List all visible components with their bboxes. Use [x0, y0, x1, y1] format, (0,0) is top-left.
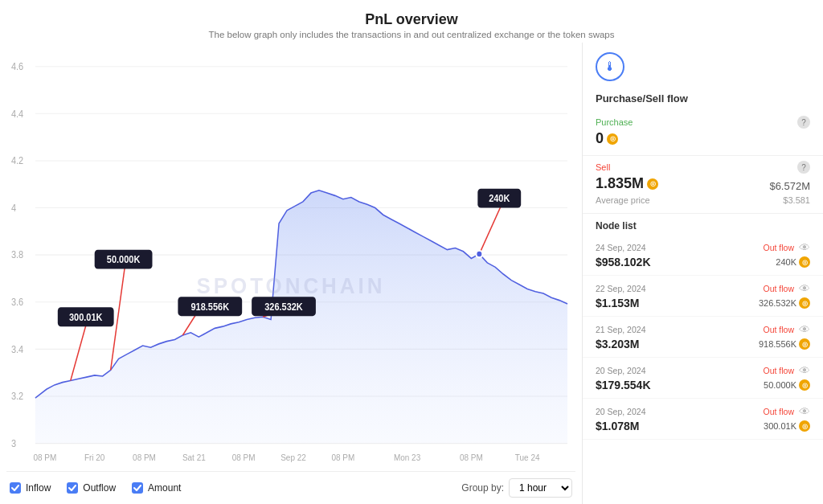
inflow-label: Inflow — [26, 482, 51, 494]
purchase-label: Purchase ? — [596, 116, 810, 129]
chart-area: 4.6 4.4 4.2 4 3.8 3.6 3.4 3.2 3 — [0, 43, 582, 504]
svg-text:4: 4 — [11, 203, 17, 212]
purchase-block: Purchase ? 0 ◎ — [583, 111, 823, 156]
page-subtitle: The below graph only includes the transa… — [0, 30, 823, 39]
svg-line-18 — [479, 204, 502, 254]
svg-text:Sat 21: Sat 21 — [182, 453, 206, 462]
purchase-coin-icon: ◎ — [607, 133, 618, 145]
page-title: PnL overview — [0, 11, 823, 28]
node-usd-2: $3.203M — [596, 338, 639, 350]
svg-text:3: 3 — [11, 439, 16, 449]
sell-help-icon[interactable]: ? — [797, 161, 810, 174]
purchase-help-icon[interactable]: ? — [797, 116, 810, 129]
node-eye-icon-1[interactable]: 👁 — [799, 282, 810, 295]
svg-text:918.556K: 918.556K — [191, 301, 230, 311]
sell-value: 1.835M ◎ — [596, 175, 658, 192]
node-eye-icon-0[interactable]: 👁 — [799, 241, 810, 254]
node-flow-4: Out flow — [763, 407, 794, 416]
outflow-label: Outflow — [83, 482, 116, 494]
svg-text:08 PM: 08 PM — [33, 453, 56, 462]
svg-text:240K: 240K — [489, 194, 510, 203]
outflow-checkbox[interactable] — [67, 482, 78, 494]
svg-text:Fri 20: Fri 20 — [84, 453, 105, 462]
inflow-checkbox[interactable] — [10, 482, 21, 494]
sell-coin-icon: ◎ — [647, 178, 658, 190]
svg-text:3.2: 3.2 — [11, 391, 23, 401]
node-token-4: 300.01K ◎ — [764, 420, 810, 432]
group-by-control: Group by: 1 hour 4 hours 1 day — [461, 478, 572, 498]
svg-text:08 PM: 08 PM — [331, 453, 354, 462]
node-date-2: 21 Sep, 2024 Out flow 👁 — [596, 323, 810, 336]
chart-legend: Inflow Outflow Amount Group by: 1 hour 4… — [6, 471, 575, 504]
node-flow-0: Out flow — [763, 243, 794, 252]
node-date-4: 20 Sep, 2024 Out flow 👁 — [596, 405, 810, 418]
svg-point-44 — [476, 251, 482, 258]
node-token-1: 326.532K ◎ — [759, 297, 810, 309]
sidebar-icon-row: 🌡 — [583, 43, 823, 88]
node-flow-3: Out flow — [763, 366, 794, 375]
purchase-value: 0 ◎ — [596, 130, 810, 147]
svg-text:Sep 22: Sep 22 — [280, 453, 306, 462]
node-coin-icon-0: ◎ — [799, 256, 810, 268]
node-token-2: 918.556K ◎ — [759, 338, 810, 350]
node-date-0: 24 Sep, 2024 Out flow 👁 — [596, 241, 810, 254]
svg-text:08 PM: 08 PM — [232, 453, 256, 462]
amount-label: Amount — [148, 482, 181, 494]
node-usd-1: $1.153M — [596, 297, 639, 309]
svg-line-20 — [71, 323, 87, 381]
group-by-label: Group by: — [461, 482, 504, 494]
sidebar: 🌡 Purchase/Sell flow Purchase ? 0 ◎ Sell… — [582, 43, 823, 504]
amount-checkbox[interactable] — [132, 482, 143, 494]
node-eye-icon-2[interactable]: 👁 — [799, 323, 810, 336]
sell-secondary-value: $6.572M — [769, 180, 810, 192]
thermometer-icon: 🌡 — [596, 52, 624, 81]
node-flow-1: Out flow — [763, 284, 794, 293]
node-date-1: 22 Sep, 2024 Out flow 👁 — [596, 282, 810, 295]
svg-text:3.6: 3.6 — [11, 297, 23, 307]
node-item-3: 20 Sep, 2024 Out flow 👁 $179.554K 50.000… — [583, 358, 823, 399]
sell-row: 1.835M ◎ $6.572M — [596, 174, 810, 192]
node-eye-icon-3[interactable]: 👁 — [799, 364, 810, 377]
svg-text:08 PM: 08 PM — [133, 453, 156, 462]
node-usd-3: $179.554K — [596, 379, 651, 391]
svg-text:50.000K: 50.000K — [107, 255, 141, 264]
svg-text:300.01K: 300.01K — [69, 312, 103, 322]
node-usd-4: $1.078M — [596, 420, 639, 432]
node-item-0: 24 Sep, 2024 Out flow 👁 $958.102K 240K ◎ — [583, 235, 823, 276]
legend-amount[interactable]: Amount — [132, 482, 181, 494]
chart-svg: 4.6 4.4 4.2 4 3.8 3.6 3.4 3.2 3 — [6, 49, 575, 468]
svg-text:4.6: 4.6 — [11, 62, 23, 72]
chart-wrapper: 4.6 4.4 4.2 4 3.8 3.6 3.4 3.2 3 — [6, 49, 575, 468]
svg-text:3.8: 3.8 — [11, 250, 23, 260]
node-usd-0: $958.102K — [596, 256, 651, 268]
page-header: PnL overview The below graph only includ… — [0, 0, 823, 43]
node-coin-icon-4: ◎ — [799, 420, 810, 432]
node-coin-icon-1: ◎ — [799, 297, 810, 309]
node-coin-icon-2: ◎ — [799, 338, 810, 350]
node-amount-row-1: $1.153M 326.532K ◎ — [596, 297, 810, 309]
node-flow-2: Out flow — [763, 325, 794, 334]
avg-price-label: Average price — [596, 195, 650, 205]
svg-text:4.2: 4.2 — [11, 156, 23, 166]
node-eye-icon-4[interactable]: 👁 — [799, 405, 810, 418]
node-token-0: 240K ◎ — [776, 256, 810, 268]
legend-outflow[interactable]: Outflow — [67, 482, 116, 494]
node-coin-icon-3: ◎ — [799, 379, 810, 391]
avg-price-row: Average price $3.581 — [596, 195, 810, 205]
svg-text:Tue 24: Tue 24 — [515, 453, 540, 462]
legend-inflow[interactable]: Inflow — [10, 482, 51, 494]
group-by-select[interactable]: 1 hour 4 hours 1 day — [509, 478, 572, 498]
svg-text:4.4: 4.4 — [11, 109, 24, 118]
svg-text:08 PM: 08 PM — [460, 453, 483, 462]
svg-text:Mon 23: Mon 23 — [394, 453, 420, 462]
svg-text:SPOTONCHAIN: SPOTONCHAIN — [197, 272, 386, 298]
node-token-3: 50.000K ◎ — [764, 379, 810, 391]
sell-label: Sell ? — [596, 161, 810, 174]
node-date-3: 20 Sep, 2024 Out flow 👁 — [596, 364, 810, 377]
svg-text:3.4: 3.4 — [11, 344, 24, 354]
node-amount-row-3: $179.554K 50.000K ◎ — [596, 379, 810, 391]
node-item-2: 21 Sep, 2024 Out flow 👁 $3.203M 918.556K… — [583, 317, 823, 358]
node-item-1: 22 Sep, 2024 Out flow 👁 $1.153M 326.532K… — [583, 276, 823, 317]
avg-price-value: $3.581 — [783, 195, 810, 205]
main-content: 4.6 4.4 4.2 4 3.8 3.6 3.4 3.2 3 — [0, 43, 823, 504]
